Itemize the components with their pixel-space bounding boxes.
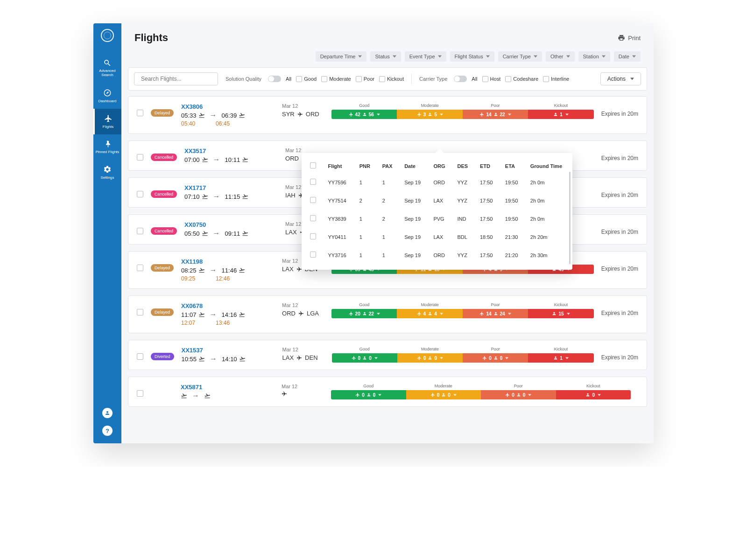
status-badge: Delayed: [151, 264, 174, 272]
arrival-time: 14:10: [222, 356, 246, 363]
page-title: Flights: [134, 32, 168, 44]
arrow-right-icon: →: [210, 310, 217, 319]
row-checkbox[interactable]: [137, 309, 143, 315]
quality-poor[interactable]: 14 22: [463, 110, 528, 119]
quality-moderate[interactable]: 0 0: [397, 353, 463, 363]
actions-button[interactable]: Actions: [600, 72, 641, 85]
quality-kickout[interactable]: 1: [528, 353, 593, 363]
filter-chip[interactable]: Date: [614, 51, 641, 62]
route: LAX DEN: [282, 354, 324, 361]
quality-good[interactable]: 0 0: [331, 390, 406, 399]
row-checkbox[interactable]: [310, 233, 316, 239]
flight-card[interactable]: Delayed XX3806 05:33 → 06:39 05:4006:45 …: [128, 96, 647, 134]
scrollbar[interactable]: [569, 172, 571, 264]
row-checkbox[interactable]: [310, 215, 316, 221]
pin-icon: [103, 140, 112, 148]
table-row[interactable]: YY041111 Sep 19LAXBDL 18:5021:302h 20m: [302, 228, 572, 246]
quality-bar: 0 0 0 0 0 0 1: [332, 353, 594, 363]
expiry-label: Expires in 20m: [601, 229, 638, 235]
quality-kickout[interactable]: 15: [528, 309, 593, 318]
chevron-down-icon: [486, 55, 490, 58]
flight-date: Mar 12: [285, 147, 327, 153]
flight-number: XX1717: [184, 184, 278, 191]
expiry-label: Expires in 20m: [601, 354, 638, 361]
quality-moderate[interactable]: 0 0: [406, 390, 481, 399]
flight-card[interactable]: Delayed XX0678 11:07 → 14:16 12:0713:46 …: [128, 295, 647, 333]
sq-poor-checkbox[interactable]: [356, 76, 362, 82]
filter-chip[interactable]: Other: [546, 51, 575, 62]
row-checkbox[interactable]: [137, 154, 143, 161]
quality-poor[interactable]: 0 0: [463, 353, 528, 363]
help-button[interactable]: ?: [102, 426, 113, 436]
arrow-right-icon: →: [213, 229, 220, 238]
sq-all-toggle[interactable]: [268, 76, 281, 82]
filter-chip[interactable]: Carrier Type: [498, 51, 542, 62]
nav-advanced-search[interactable]: Advanced Search: [93, 53, 121, 83]
search-input[interactable]: [138, 75, 214, 83]
table-row[interactable]: YY383912 Sep 19PVGIND 17:5019:502h 0m: [302, 210, 572, 228]
departure-time: [181, 392, 187, 399]
filter-chip[interactable]: Event Type: [405, 51, 446, 62]
select-all-checkbox[interactable]: [310, 162, 316, 168]
departure-time: 05:33: [181, 112, 205, 119]
printer-icon: [618, 34, 625, 42]
departure-time: 11:07: [181, 311, 205, 318]
expiry-label: Expires in 20m: [601, 266, 638, 272]
quality-bar: 0 0 0 0 0 0 0: [331, 390, 631, 399]
quality-moderate[interactable]: 4 4: [397, 309, 462, 318]
row-checkbox[interactable]: [137, 191, 143, 197]
flight-card[interactable]: XX5871 → Mar 12 GoodModeratePoorKickout …: [128, 377, 647, 407]
row-checkbox[interactable]: [310, 179, 316, 185]
row-checkbox[interactable]: [137, 265, 143, 271]
quality-moderate[interactable]: 3 5: [397, 110, 462, 119]
filter-chip[interactable]: Status: [370, 51, 401, 62]
flight-date: Mar 12: [282, 347, 324, 352]
expiry-label: Expires in 20m: [601, 155, 638, 161]
arrival-time: 10:11: [225, 156, 249, 163]
row-checkbox[interactable]: [137, 390, 143, 397]
nav-dashboard[interactable]: Dashboard: [93, 83, 121, 109]
user-avatar[interactable]: [102, 408, 113, 418]
ct-interline-checkbox[interactable]: [543, 76, 549, 82]
expiry-label: Expires in 20m: [601, 310, 638, 316]
sq-kickout-checkbox[interactable]: [379, 76, 385, 82]
sq-good-checkbox[interactable]: [296, 76, 302, 82]
row-checkbox[interactable]: [310, 197, 316, 203]
nav-flights[interactable]: Flights: [93, 109, 121, 134]
quality-poor[interactable]: 0 0: [481, 390, 556, 399]
expiry-label: Expires in 20m: [601, 192, 638, 198]
ct-codeshare-checkbox[interactable]: [505, 76, 511, 82]
revised-arr: 06:45: [216, 120, 230, 127]
row-checkbox[interactable]: [137, 228, 143, 234]
filter-chip[interactable]: Station: [578, 51, 610, 62]
table-row[interactable]: YY751422 Sep 19LAXYYZ 17:5019:502h 0m: [302, 191, 572, 210]
chevron-down-icon: [632, 55, 636, 58]
quality-kickout[interactable]: 0: [556, 390, 631, 399]
quality-poor[interactable]: 14 24: [463, 309, 528, 318]
quality-good[interactable]: 20 22: [331, 309, 397, 318]
sq-moderate-checkbox[interactable]: [321, 76, 327, 82]
quality-kickout[interactable]: 1: [528, 110, 593, 119]
row-checkbox[interactable]: [137, 353, 143, 360]
quality-good[interactable]: 0 0: [332, 353, 397, 363]
nav-settings[interactable]: Settings: [93, 160, 121, 185]
app-logo: [101, 29, 114, 42]
ct-all-toggle[interactable]: [454, 76, 467, 82]
chevron-down-icon: [534, 55, 537, 58]
departure-time: 05:50: [184, 230, 208, 237]
table-row[interactable]: YY759611 Sep 19ORDYYZ 17:5019:502h 0m: [302, 173, 572, 191]
departure-time: 07:10: [184, 193, 208, 200]
table-row[interactable]: YY371611 Sep 19ORDYYZ 17:5021:202h 30m: [302, 246, 572, 264]
arrow-right-icon: →: [210, 111, 217, 119]
poor-flights-popover: FlightPNRPAX DateORGDES ETDETAGround Tim…: [302, 153, 572, 270]
filter-chip[interactable]: Departure Time: [316, 51, 367, 62]
ct-host-checkbox[interactable]: [482, 76, 488, 82]
nav-pinned-flights[interactable]: Pinned Flights: [93, 134, 121, 160]
filter-chip[interactable]: Flight Status: [450, 51, 494, 62]
row-checkbox[interactable]: [137, 110, 143, 116]
flight-card[interactable]: Diverted XX1537 10:55 → 14:10 Mar 12 LAX…: [128, 340, 647, 370]
route: SYR ORD: [282, 111, 324, 118]
quality-good[interactable]: 42 56: [331, 110, 397, 119]
row-checkbox[interactable]: [310, 252, 316, 258]
print-button[interactable]: Print: [618, 34, 641, 42]
